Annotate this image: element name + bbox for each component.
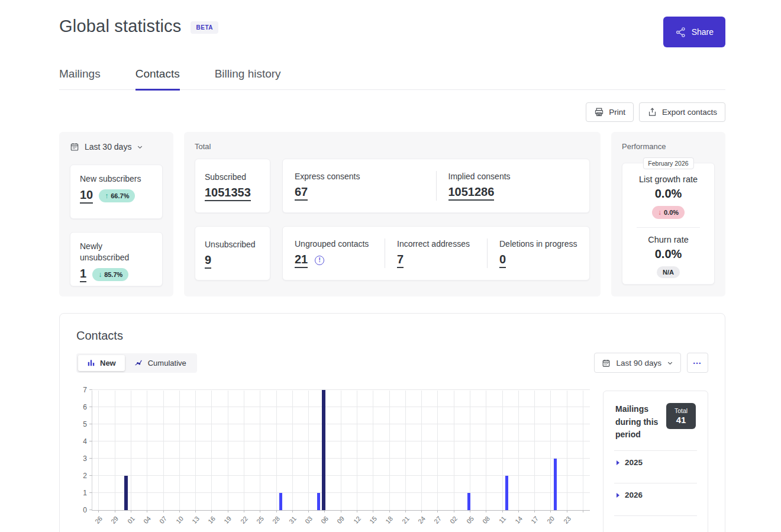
x-gridline [179, 391, 180, 510]
x-tick [195, 510, 196, 512]
share-button[interactable]: Share [663, 17, 725, 47]
implied-consents-cell: Implied consents 1051286 [436, 171, 590, 201]
tab-contacts[interactable]: Contacts [135, 67, 180, 89]
y-tick [89, 424, 92, 424]
y-axis-label: 0 [83, 506, 87, 514]
global-statistics-page: Global statistics BETA Share Mailings Co… [0, 0, 781, 532]
share-icon [675, 27, 686, 38]
chart-mode-toggle: New Cumulative [76, 353, 197, 373]
print-button[interactable]: Print [586, 102, 634, 122]
share-button-label: Share [692, 27, 714, 37]
more-options-button[interactable]: … [687, 353, 708, 373]
x-axis-label: 24 [417, 515, 427, 525]
mailings-total-badge: Total 41 [666, 403, 696, 429]
consents-card: Express consents 67 Implied consents 105… [282, 159, 590, 213]
toggle-new[interactable]: New [78, 355, 125, 371]
line-chart-icon [134, 359, 143, 367]
x-tick [324, 510, 325, 512]
ungrouped-contacts-value[interactable]: 21 [295, 253, 308, 268]
subscribed-card: Subscribed 1051353 [195, 159, 270, 213]
deletions-cell: Deletions in progress 0 [487, 238, 589, 268]
contacts-chart: 0123456726290104071013161922252831030609… [76, 391, 590, 532]
x-axis-label: 20 [546, 515, 556, 525]
toggle-cumulative-label: Cumulative [148, 359, 186, 367]
tab-mailings[interactable]: Mailings [59, 67, 101, 89]
subscribed-value[interactable]: 1051353 [205, 186, 251, 201]
chart-bar[interactable] [317, 493, 320, 510]
x-axis-label: 08 [481, 515, 491, 525]
x-axis-label: 14 [514, 515, 524, 525]
implied-consents-value[interactable]: 1051286 [448, 185, 495, 201]
period-dropdown[interactable]: Last 30 days [70, 142, 163, 151]
page-header: Global statistics BETA Share [59, 17, 725, 47]
x-axis-label: 11 [498, 515, 508, 525]
unsubscribed-value[interactable]: 9 [205, 253, 211, 269]
x-axis-label: 10 [175, 515, 185, 525]
y-tick [89, 475, 92, 476]
express-consents-cell: Express consents 67 [283, 171, 436, 201]
x-gridline [131, 391, 131, 510]
x-tick [502, 510, 503, 512]
mailings-total-value: 41 [676, 415, 686, 425]
total-panel: Total Subscribed 1051353 Express consent… [184, 132, 601, 296]
x-axis-label: 06 [320, 515, 330, 525]
chart-bar[interactable] [279, 493, 282, 510]
chart-plot-area[interactable]: 0123456726290104071013161922252831030609… [92, 391, 590, 511]
total-panel-label: Total [195, 142, 590, 151]
contact-issues-card: Ungrouped contacts 21 ! Incorrect addres… [282, 226, 590, 280]
new-subscribers-value[interactable]: 10 [80, 188, 93, 204]
y-axis-label: 7 [83, 386, 87, 394]
chart-bar[interactable] [124, 476, 128, 510]
x-tick [405, 510, 406, 512]
warning-icon[interactable]: ! [315, 256, 324, 265]
x-gridline [421, 391, 422, 510]
x-axis-label: 23 [562, 515, 572, 525]
period-dropdown-value: Last 30 days [85, 142, 131, 151]
x-gridline [244, 391, 244, 510]
x-gridline [405, 391, 406, 510]
chart-bar[interactable] [505, 476, 508, 510]
x-tick [211, 510, 212, 512]
newly-unsubscribed-value[interactable]: 1 [80, 267, 86, 282]
x-tick [276, 510, 277, 512]
x-tick [260, 510, 260, 512]
year-row-2026[interactable]: 2026 [615, 483, 696, 507]
x-gridline [292, 391, 293, 510]
x-axis-label: 19 [222, 515, 233, 525]
page-title: Global statistics [59, 17, 181, 36]
x-tick [470, 510, 470, 512]
chart-bar[interactable] [322, 390, 325, 510]
actions-row: Print Export contacts [59, 102, 725, 122]
x-axis-label: 26 [93, 515, 104, 525]
x-axis-label: 09 [335, 515, 346, 525]
express-consents-value[interactable]: 67 [295, 185, 308, 201]
y-tick [89, 407, 92, 407]
tab-billing-history[interactable]: Billing history [215, 67, 281, 89]
print-button-label: Print [609, 108, 625, 117]
x-axis-label: 01 [126, 515, 136, 525]
x-tick [486, 510, 486, 512]
chart-range-dropdown[interactable]: Last 90 days [594, 353, 681, 373]
x-axis-label: 17 [530, 515, 540, 525]
printer-icon [594, 107, 604, 117]
deletions-value[interactable]: 0 [499, 253, 506, 268]
x-gridline [583, 391, 583, 510]
year-row-2025[interactable]: 2025 [615, 451, 696, 474]
toggle-cumulative[interactable]: Cumulative [125, 355, 195, 371]
chart-controls: New Cumulative [76, 353, 708, 373]
x-gridline [567, 391, 567, 510]
trend-up-icon: ↑ [105, 192, 108, 200]
x-gridline [357, 391, 357, 510]
export-contacts-button[interactable]: Export contacts [639, 102, 725, 122]
x-tick [534, 510, 535, 512]
x-gridline [550, 391, 551, 510]
chart-bar[interactable] [467, 493, 470, 510]
x-gridline [211, 391, 212, 510]
x-axis-label: 07 [158, 515, 168, 525]
y-axis-label: 4 [83, 437, 87, 446]
x-tick [163, 510, 164, 512]
incorrect-addresses-value[interactable]: 7 [397, 253, 404, 268]
x-axis-label: 03 [304, 515, 314, 525]
chart-bar[interactable] [554, 459, 557, 510]
calendar-icon [602, 359, 611, 367]
